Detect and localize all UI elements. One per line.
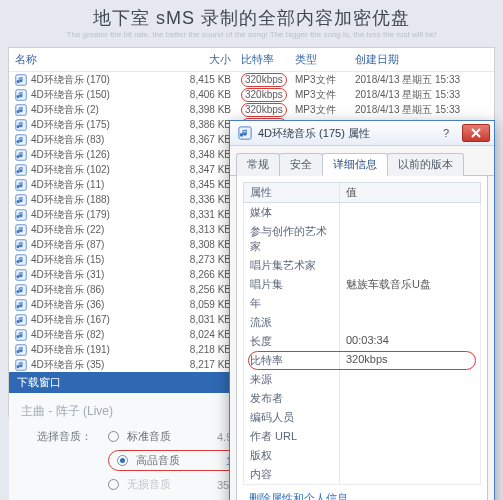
music-file-icon	[15, 239, 27, 251]
file-name: 4D环绕音乐 (170)	[31, 73, 175, 87]
file-bitrate: 320kbps	[241, 88, 295, 102]
properties-dialog: 4D环绕音乐 (175) 属性 ? 常规安全详细信息以前的版本 属性 值 媒体参…	[229, 120, 495, 500]
music-file-icon	[15, 314, 27, 326]
property-key: 比特率	[244, 351, 340, 370]
file-name: 4D环绕音乐 (35)	[31, 358, 175, 372]
col-date[interactable]: 创建日期	[355, 52, 488, 67]
list-header: 名称 大小 比特率 类型 创建日期	[9, 48, 494, 72]
file-name: 4D环绕音乐 (15)	[31, 253, 175, 267]
property-value	[340, 203, 480, 222]
radio-icon	[108, 479, 119, 490]
property-value	[340, 370, 480, 389]
close-button[interactable]	[462, 124, 490, 142]
remove-properties-link[interactable]: 删除属性和个人信息	[249, 491, 348, 500]
property-value: 320kbps	[340, 351, 480, 370]
property-row[interactable]: 长度00:03:34	[243, 332, 481, 351]
property-row[interactable]: 来源	[243, 370, 481, 389]
file-name: 4D环绕音乐 (31)	[31, 268, 175, 282]
property-row[interactable]: 唱片集魅族车载音乐U盘	[243, 275, 481, 294]
property-row[interactable]: 参与创作的艺术家	[243, 222, 481, 256]
file-name: 4D环绕音乐 (179)	[31, 208, 175, 222]
file-name: 4D环绕音乐 (86)	[31, 283, 175, 297]
property-key: 唱片集	[244, 275, 340, 294]
file-type: MP3文件	[295, 88, 355, 102]
music-file-icon	[238, 126, 252, 140]
property-row[interactable]: 发布者	[243, 389, 481, 408]
property-row[interactable]: 年	[243, 294, 481, 313]
quality-name: 高品音质	[136, 453, 226, 468]
music-file-icon	[15, 224, 27, 236]
file-name: 4D环绕音乐 (22)	[31, 223, 175, 237]
file-size: 8,398 KB	[175, 104, 241, 115]
col-type[interactable]: 类型	[295, 52, 355, 67]
property-value: 00:03:34	[340, 332, 480, 351]
property-row[interactable]: 内容	[243, 465, 481, 485]
property-row[interactable]: 比特率320kbps	[243, 351, 481, 370]
properties-tab[interactable]: 常规	[236, 153, 280, 176]
radio-icon	[117, 455, 128, 466]
property-value	[340, 427, 480, 446]
properties-tab[interactable]: 以前的版本	[387, 153, 464, 176]
property-value	[340, 408, 480, 427]
grid-header-key: 属性	[244, 183, 340, 202]
file-name: 4D环绕音乐 (82)	[31, 328, 175, 342]
col-size[interactable]: 大小	[175, 52, 241, 67]
file-name: 4D环绕音乐 (11)	[31, 178, 175, 192]
property-value	[340, 313, 480, 332]
music-file-icon	[15, 194, 27, 206]
property-value	[340, 389, 480, 408]
property-key: 参与创作的艺术家	[244, 222, 340, 256]
file-row[interactable]: 4D环绕音乐 (150)8,406 KB320kbpsMP3文件2018/4/1…	[9, 87, 494, 102]
property-row[interactable]: 媒体	[243, 203, 481, 222]
file-name: 4D环绕音乐 (102)	[31, 163, 175, 177]
music-file-icon	[15, 359, 27, 371]
file-name: 4D环绕音乐 (126)	[31, 148, 175, 162]
grid-header-value: 值	[340, 183, 480, 202]
music-file-icon	[15, 119, 27, 131]
music-file-icon	[15, 209, 27, 221]
property-value	[340, 222, 480, 256]
property-row[interactable]: 唱片集艺术家	[243, 256, 481, 275]
properties-tab[interactable]: 详细信息	[322, 153, 388, 176]
file-name: 4D环绕音乐 (2)	[31, 103, 175, 117]
properties-titlebar[interactable]: 4D环绕音乐 (175) 属性 ?	[230, 121, 494, 146]
file-name: 4D环绕音乐 (175)	[31, 118, 175, 132]
property-key: 内容	[244, 465, 340, 484]
file-bitrate: 320kbps	[241, 103, 295, 117]
file-row[interactable]: 4D环绕音乐 (2)8,398 KB320kbpsMP3文件2018/4/13 …	[9, 102, 494, 117]
property-key: 流派	[244, 313, 340, 332]
property-row[interactable]: 流派	[243, 313, 481, 332]
file-row[interactable]: 4D环绕音乐 (170)8,415 KB320kbpsMP3文件2018/4/1…	[9, 72, 494, 87]
radio-icon	[108, 431, 119, 442]
col-name[interactable]: 名称	[15, 52, 175, 67]
music-file-icon	[15, 104, 27, 116]
property-key: 版权	[244, 446, 340, 465]
properties-tab[interactable]: 安全	[279, 153, 323, 176]
properties-title: 4D环绕音乐 (175) 属性	[258, 126, 430, 141]
properties-tabs: 常规安全详细信息以前的版本	[230, 146, 494, 176]
file-name: 4D环绕音乐 (191)	[31, 343, 175, 357]
file-name: 4D环绕音乐 (87)	[31, 238, 175, 252]
music-file-icon	[15, 284, 27, 296]
col-bitrate[interactable]: 比特率	[241, 52, 295, 67]
property-row[interactable]: 版权	[243, 446, 481, 465]
music-file-icon	[15, 134, 27, 146]
file-name: 4D环绕音乐 (36)	[31, 298, 175, 312]
page-subheading: The greater the bit rate, the better the…	[0, 30, 503, 43]
music-file-icon	[15, 254, 27, 266]
property-value	[340, 256, 480, 275]
file-size: 8,406 KB	[175, 89, 241, 100]
help-button[interactable]: ?	[432, 124, 460, 142]
file-bitrate: 320kbps	[241, 73, 295, 87]
property-key: 编码人员	[244, 408, 340, 427]
property-row[interactable]: 作者 URL	[243, 427, 481, 446]
property-row[interactable]: 编码人员	[243, 408, 481, 427]
property-value: 魅族车载音乐U盘	[340, 275, 480, 294]
music-file-icon	[15, 179, 27, 191]
property-value	[340, 294, 480, 313]
property-value	[340, 465, 480, 484]
property-value	[340, 446, 480, 465]
quality-name: 无损音质	[127, 477, 217, 492]
file-name: 4D环绕音乐 (150)	[31, 88, 175, 102]
file-date: 2018/4/13 星期五 15:33	[355, 103, 488, 117]
